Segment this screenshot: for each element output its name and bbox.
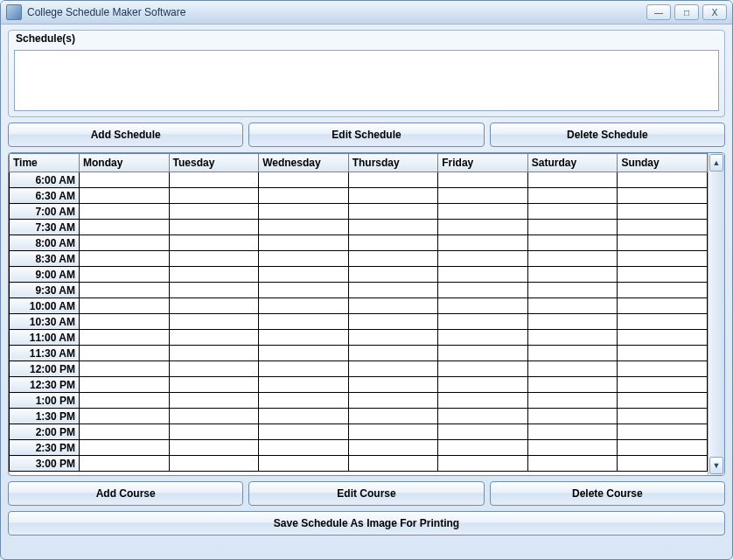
schedule-cell[interactable] <box>527 456 618 472</box>
schedule-cell[interactable] <box>80 204 170 220</box>
schedule-cell[interactable] <box>259 393 349 409</box>
schedule-cell[interactable] <box>80 440 170 456</box>
schedule-cell[interactable] <box>438 204 528 220</box>
schedule-cell[interactable] <box>527 346 618 361</box>
schedule-cell[interactable] <box>527 251 618 267</box>
column-header[interactable]: Friday <box>438 154 528 172</box>
schedule-cell[interactable] <box>80 235 170 251</box>
save-image-button[interactable]: Save Schedule As Image For Printing <box>8 511 725 536</box>
schedule-cell[interactable] <box>527 409 618 424</box>
delete-schedule-button[interactable]: Delete Schedule <box>490 122 725 147</box>
schedule-cell[interactable] <box>618 440 708 456</box>
schedule-cell[interactable] <box>169 377 259 393</box>
schedule-cell[interactable] <box>618 267 708 283</box>
schedule-cell[interactable] <box>80 283 170 298</box>
schedule-cell[interactable] <box>169 330 259 346</box>
schedule-cell[interactable] <box>527 283 618 298</box>
schedule-cell[interactable] <box>259 188 349 204</box>
add-schedule-button[interactable]: Add Schedule <box>8 122 243 147</box>
scroll-up-button[interactable]: ▲ <box>709 154 723 172</box>
schedule-cell[interactable] <box>618 314 708 330</box>
schedule-cell[interactable] <box>348 314 438 330</box>
schedule-cell[interactable] <box>348 251 438 267</box>
schedule-cell[interactable] <box>80 188 170 204</box>
column-header[interactable]: Monday <box>80 154 170 172</box>
schedule-cell[interactable] <box>618 330 708 346</box>
schedule-cell[interactable] <box>618 220 708 235</box>
schedule-cell[interactable] <box>348 409 438 424</box>
schedule-cell[interactable] <box>618 204 708 220</box>
schedule-cell[interactable] <box>438 346 528 361</box>
schedule-cell[interactable] <box>169 361 259 377</box>
schedule-cell[interactable] <box>259 172 349 188</box>
schedule-cell[interactable] <box>80 251 170 267</box>
schedule-cell[interactable] <box>438 283 528 298</box>
schedule-cell[interactable] <box>618 283 708 298</box>
schedule-cell[interactable] <box>169 298 259 314</box>
schedule-cell[interactable] <box>80 220 170 235</box>
schedule-cell[interactable] <box>527 235 618 251</box>
schedule-cell[interactable] <box>348 377 438 393</box>
schedule-cell[interactable] <box>80 314 170 330</box>
schedule-cell[interactable] <box>169 346 259 361</box>
schedule-cell[interactable] <box>618 424 708 440</box>
schedule-cell[interactable] <box>438 456 528 472</box>
schedule-cell[interactable] <box>348 204 438 220</box>
schedule-grid[interactable]: TimeMondayTuesdayWednesdayThursdayFriday… <box>9 153 708 475</box>
schedule-cell[interactable] <box>259 283 349 298</box>
schedule-cell[interactable] <box>259 456 349 472</box>
schedule-cell[interactable] <box>80 298 170 314</box>
schedule-cell[interactable] <box>438 361 528 377</box>
schedule-cell[interactable] <box>438 393 528 409</box>
schedule-cell[interactable] <box>169 283 259 298</box>
schedule-cell[interactable] <box>527 361 618 377</box>
schedule-cell[interactable] <box>527 377 618 393</box>
schedule-cell[interactable] <box>527 204 618 220</box>
schedule-cell[interactable] <box>169 456 259 472</box>
schedule-cell[interactable] <box>259 330 349 346</box>
schedule-cell[interactable] <box>438 377 528 393</box>
schedule-cell[interactable] <box>80 424 170 440</box>
schedule-cell[interactable] <box>438 440 528 456</box>
schedule-cell[interactable] <box>80 377 170 393</box>
schedule-cell[interactable] <box>438 267 528 283</box>
schedule-cell[interactable] <box>259 235 349 251</box>
minimize-button[interactable]: — <box>646 4 671 20</box>
schedule-cell[interactable] <box>527 424 618 440</box>
schedule-cell[interactable] <box>618 188 708 204</box>
column-header[interactable]: Thursday <box>348 154 438 172</box>
schedule-cell[interactable] <box>438 235 528 251</box>
schedule-cell[interactable] <box>618 409 708 424</box>
schedule-cell[interactable] <box>169 424 259 440</box>
schedule-cell[interactable] <box>348 440 438 456</box>
close-button[interactable]: X <box>702 4 727 20</box>
maximize-button[interactable]: □ <box>674 4 699 20</box>
schedule-cell[interactable] <box>618 346 708 361</box>
schedule-cell[interactable] <box>438 172 528 188</box>
schedule-cell[interactable] <box>618 172 708 188</box>
schedules-listbox[interactable] <box>14 50 719 111</box>
schedule-cell[interactable] <box>80 409 170 424</box>
schedule-cell[interactable] <box>169 220 259 235</box>
schedule-cell[interactable] <box>438 188 528 204</box>
schedule-cell[interactable] <box>259 361 349 377</box>
schedule-cell[interactable] <box>527 220 618 235</box>
schedule-cell[interactable] <box>169 440 259 456</box>
schedule-cell[interactable] <box>527 393 618 409</box>
schedule-cell[interactable] <box>169 251 259 267</box>
schedule-cell[interactable] <box>438 330 528 346</box>
schedule-cell[interactable] <box>618 377 708 393</box>
schedule-cell[interactable] <box>438 251 528 267</box>
scroll-track[interactable] <box>709 172 724 456</box>
schedule-cell[interactable] <box>259 346 349 361</box>
schedule-cell[interactable] <box>348 330 438 346</box>
schedule-cell[interactable] <box>259 440 349 456</box>
schedule-cell[interactable] <box>348 346 438 361</box>
schedule-cell[interactable] <box>618 251 708 267</box>
schedule-cell[interactable] <box>618 456 708 472</box>
schedule-cell[interactable] <box>259 424 349 440</box>
schedule-cell[interactable] <box>348 235 438 251</box>
schedule-cell[interactable] <box>618 393 708 409</box>
schedule-cell[interactable] <box>438 409 528 424</box>
schedule-cell[interactable] <box>438 314 528 330</box>
